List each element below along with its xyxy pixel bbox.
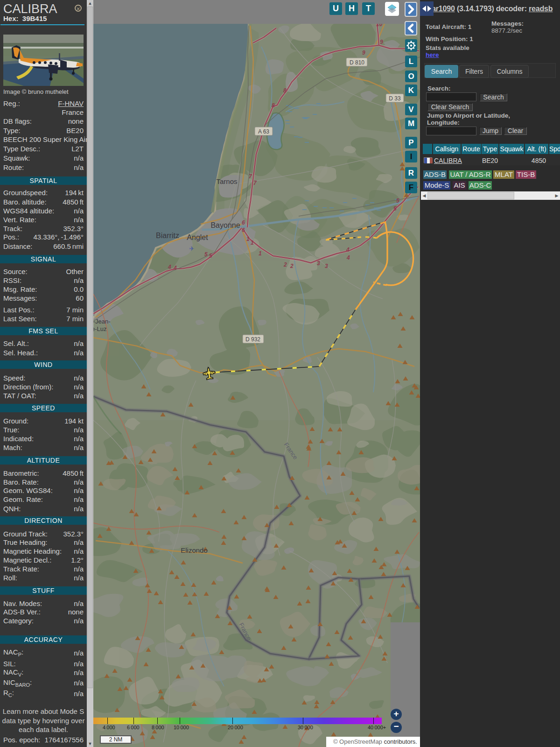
svg-text:✈: ✈ [189,245,195,252]
